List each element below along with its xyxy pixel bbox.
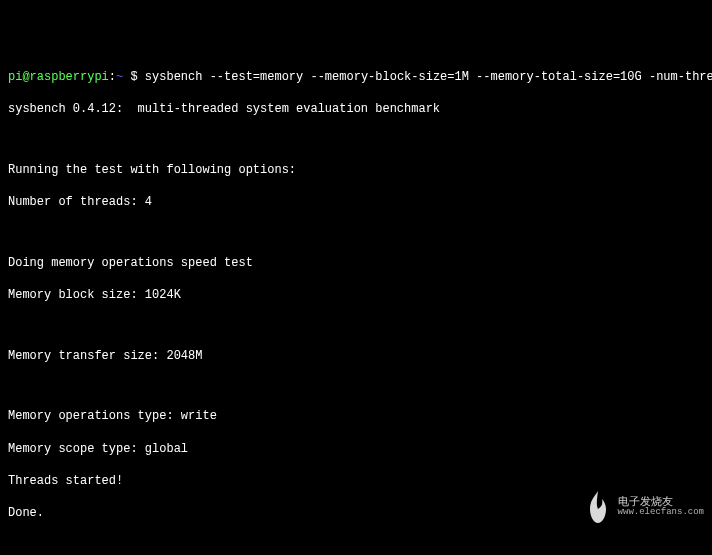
watermark-url: www.elecfans.com xyxy=(618,508,704,518)
scope-line: Memory scope type: global xyxy=(8,441,704,457)
transfer-size-line: Memory transfer size: 2048M xyxy=(8,348,704,364)
blank-line xyxy=(8,538,704,550)
doing-line: Doing memory operations speed test xyxy=(8,255,704,271)
flame-icon xyxy=(584,491,612,523)
prompt-user-host: pi@raspberrypi xyxy=(8,70,109,84)
blank-line xyxy=(8,319,704,331)
started-line: Threads started! xyxy=(8,473,704,489)
ops-type-line: Memory operations type: write xyxy=(8,408,704,424)
blank-line xyxy=(8,380,704,392)
blank-line xyxy=(8,226,704,238)
prompt-sep1: : xyxy=(109,70,116,84)
prompt-line-1: pi@raspberrypi:~ $ sysbench --test=memor… xyxy=(8,69,704,85)
blank-line xyxy=(8,134,704,146)
prompt-sep2: $ xyxy=(123,70,145,84)
watermark-text: 电子发烧友 www.elecfans.com xyxy=(618,496,704,518)
threads-line: Number of threads: 4 xyxy=(8,194,704,210)
opts-header: Running the test with following options: xyxy=(8,162,704,178)
block-size-line: Memory block size: 1024K xyxy=(8,287,704,303)
command-text: sysbench --test=memory --memory-block-si… xyxy=(145,70,712,84)
banner-line: sysbench 0.4.12: multi-threaded system e… xyxy=(8,101,704,117)
watermark: 电子发烧友 www.elecfans.com xyxy=(584,491,704,523)
